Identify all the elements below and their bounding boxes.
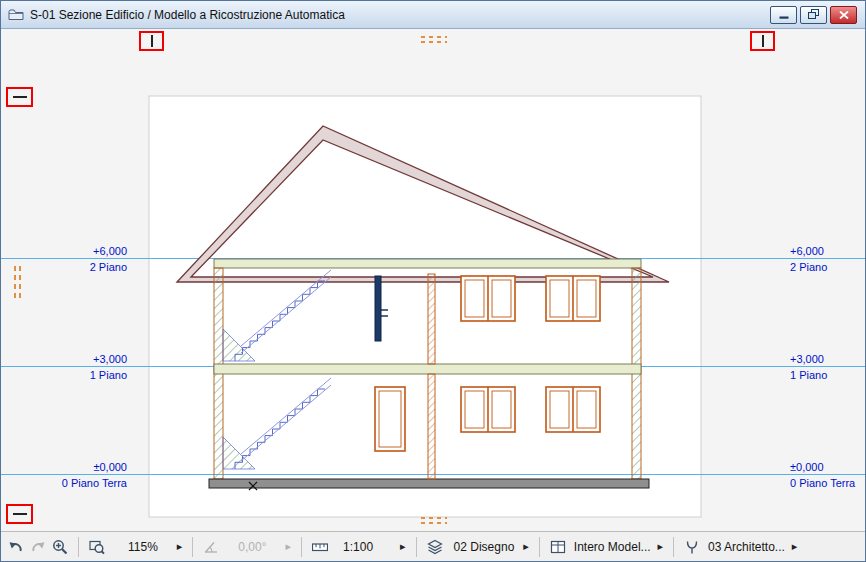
floor-slab [214,364,641,374]
model-view-value[interactable]: Intero Model... [574,540,651,554]
model-view-button[interactable] [547,536,569,558]
interior-wall-lower [428,374,435,479]
title-bar[interactable]: S-01 Sezione Edificio / Modello a Ricost… [1,1,865,29]
window-controls [770,6,857,24]
quick-options-bar: 115% ▸ 0,00° ▸ 1:100 ▸ [1,531,865,561]
separator [539,537,540,557]
close-icon [839,11,849,19]
zoom-level-value[interactable]: 115% [128,540,158,554]
separator [192,537,193,557]
orientation-angle-icon [203,539,219,555]
section-limit-dashes-top [421,36,447,44]
zoom-area-icon [89,539,105,555]
section-handle-icon [762,35,764,47]
level-name-right: 2 Piano [790,261,865,273]
pen-set-value[interactable]: 03 Architetto... [708,540,785,554]
layer-combination-value[interactable]: 02 Disegno [454,540,515,554]
section-line-handle-top-left[interactable] [139,31,164,51]
lower-window-right [546,387,600,432]
rotation-flyout-arrow[interactable]: ▸ [283,540,295,553]
drawing-canvas[interactable]: +6,000 2 Piano +3,000 1 Piano ±0,000 0 P… [1,29,865,531]
scale-button[interactable] [309,536,331,558]
upper-window-right [546,276,600,321]
scale-flyout-arrow[interactable]: ▸ [397,540,409,553]
back-arrow-icon [8,539,24,555]
section-line-handle-left-upper[interactable] [6,87,33,107]
building-section-drawing [1,29,865,531]
interior-wall-upper [428,274,435,364]
zoom-in-button[interactable] [49,536,71,558]
model-view-options-icon [550,539,566,555]
level-elevation-left: +3,000 [41,353,127,365]
restore-button[interactable] [800,6,827,24]
upper-window-left [461,276,515,321]
scale-value[interactable]: 1:100 [343,540,373,554]
section-handle-icon [151,35,153,47]
forward-arrow-icon [30,539,46,555]
level-elevation-right: +3,000 [790,353,865,365]
level-elevation-left: ±0,000 [41,461,127,473]
section-viewpoint-window: S-01 Sezione Edificio / Modello a Ricost… [0,0,866,562]
level-elevation-left: +6,000 [41,245,127,257]
section-document-icon [8,8,24,21]
level-name-left: 0 Piano Terra [41,477,127,489]
level-name-left: 1 Piano [41,369,127,381]
ground-slab [209,479,649,488]
ceiling-slab [214,259,641,268]
minimize-icon [779,10,789,20]
layers-icon [427,539,443,555]
pen-set-button[interactable] [681,536,703,558]
separator [416,537,417,557]
pen-set-icon [684,539,700,555]
separator [78,537,79,557]
level-name-right: 0 Piano Terra [790,477,865,489]
minimize-button[interactable] [770,6,797,24]
section-line-handle-top-right[interactable] [750,31,775,51]
model-view-flyout-arrow[interactable]: ▸ [655,540,667,553]
section-handle-icon [13,513,27,515]
level-name-right: 1 Piano [790,369,865,381]
section-limit-dashes-left [14,266,22,298]
forward-button[interactable] [27,536,49,558]
zoom-menu-button[interactable] [86,536,108,558]
lower-window-left [461,387,515,432]
restore-icon [808,9,819,20]
zoom-in-icon [52,539,68,555]
level-elevation-right: ±0,000 [790,461,865,473]
section-line-handle-left-lower[interactable] [6,504,33,524]
rotation-button[interactable] [200,536,222,558]
lower-door [375,387,405,451]
back-button[interactable] [5,536,27,558]
level-elevation-right: +6,000 [790,245,865,257]
level-name-left: 2 Piano [41,261,127,273]
section-handle-icon [13,96,27,98]
rotation-value[interactable]: 0,00° [238,540,266,554]
separator [673,537,674,557]
pen-set-flyout-arrow[interactable]: ▸ [789,540,801,553]
zoom-flyout-arrow[interactable]: ▸ [174,540,186,553]
ruler-icon [312,539,328,555]
separator [301,537,302,557]
close-button[interactable] [830,6,857,24]
window-title: S-01 Sezione Edificio / Modello a Ricost… [30,8,770,22]
layer-flyout-arrow[interactable]: ▸ [520,540,532,553]
section-limit-dashes-bottom [421,517,447,525]
layer-combination-button[interactable] [424,536,446,558]
